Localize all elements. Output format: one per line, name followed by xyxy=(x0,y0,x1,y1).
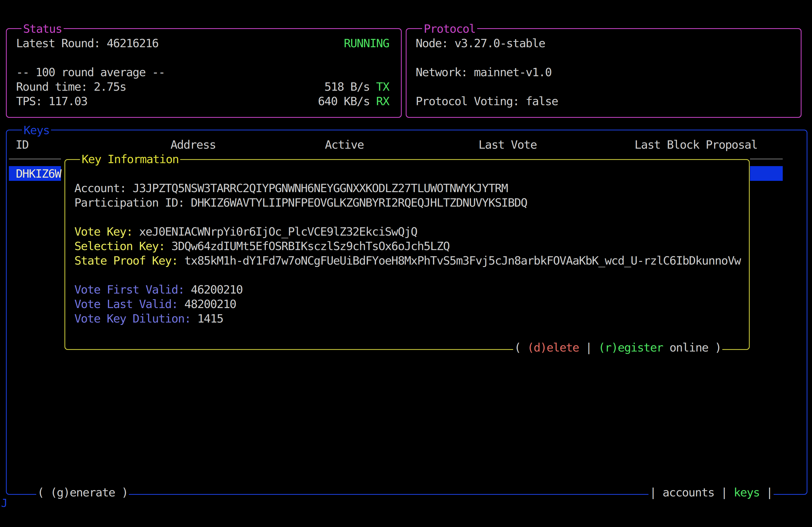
nav-accounts-tab[interactable]: accounts xyxy=(663,486,714,499)
column-header-id: ID xyxy=(16,137,28,152)
rx-rate: 640 KB/s RX xyxy=(318,94,389,108)
state-proof-key-label: State Proof Key: xyxy=(74,254,185,267)
status-panel-title: Status xyxy=(21,21,64,36)
nav-open-pipe: | xyxy=(650,486,663,499)
key-info-actions: ( (d)elete | (r)egister online ) xyxy=(513,340,722,355)
vote-key-line: Vote Key: xeJ0ENIACWNrpYi0r6IjOc_PlcVCE9… xyxy=(74,224,417,239)
register-online-suffix[interactable]: online xyxy=(663,341,708,354)
tx-rate: 518 B/s TX xyxy=(324,79,389,94)
vote-last-valid-label: Vote Last Valid: xyxy=(74,297,185,311)
actions-separator: | xyxy=(579,341,598,354)
round-time: Round time: 2.75s xyxy=(16,79,126,94)
node-version: Node: v3.27.0-stable xyxy=(416,36,545,50)
header-separator-left xyxy=(9,159,61,160)
generate-action[interactable]: ( (g)enerate ) xyxy=(36,485,129,500)
vote-last-valid-value: 48200210 xyxy=(185,297,236,311)
network: Network: mainnet-v1.0 xyxy=(416,65,552,79)
participation-label: Participation ID: xyxy=(74,196,191,209)
vote-last-valid-line: Vote Last Valid: 48200210 xyxy=(74,297,236,311)
account-line: Account: J3JPZTQ5NSW3TARRC2QIYPGNWNH6NEY… xyxy=(74,181,508,195)
protocol-panel-title: Protocol xyxy=(422,21,477,36)
tx-rate-value: 518 B/s xyxy=(324,80,376,93)
header-separator-right xyxy=(750,159,783,160)
nav-close-pipe: | xyxy=(760,486,772,499)
bottom-nav: | accounts | keys | xyxy=(649,485,773,500)
rx-rate-unit: RX xyxy=(376,94,389,108)
selection-key-line: Selection Key: 3DQw64zdIUMt5EfOSRBIKsczl… xyxy=(74,239,450,253)
vote-key-label: Vote Key: xyxy=(74,225,139,238)
terminal-screen: Status Latest Round: 46216216 RUNNING --… xyxy=(0,0,812,527)
column-header-last-vote: Last Vote xyxy=(478,137,537,152)
state-proof-key-line: State Proof Key: tx85kM1h-dY1Fd7w7oNCgFU… xyxy=(74,253,741,268)
protocol-voting: Protocol Voting: false xyxy=(416,94,558,108)
participation-line: Participation ID: DHKIZ6WAVTYLIIPNFPEOVG… xyxy=(74,195,527,210)
actions-open-paren: ( xyxy=(514,341,527,354)
account-value: J3JPZTQ5NSW3TARRC2QIYPGNWNH6NEYGGNXXKODL… xyxy=(133,181,508,195)
vote-key-dilution-label: Vote Key Dilution: xyxy=(74,312,197,325)
column-header-address: Address xyxy=(171,137,216,152)
state-proof-key-value: tx85kM1h-dY1Fd7w7oNCgFUeUiBdFYoeH8MxPhTv… xyxy=(185,254,741,267)
latest-round: Latest Round: 46216216 xyxy=(16,36,158,50)
vote-key-dilution-value: 1415 xyxy=(197,312,223,325)
vote-first-valid-line: Vote First Valid: 46200210 xyxy=(74,282,243,297)
delete-action[interactable]: (d)elete xyxy=(527,341,579,354)
vote-key-value: xeJ0ENIACWNrpYi0r6IjOc_PlcVCE9lZ32EkciSw… xyxy=(139,225,417,238)
cursor-glyph: J xyxy=(1,496,7,510)
vote-first-valid-label: Vote First Valid: xyxy=(74,283,191,296)
selected-row-highlight-right[interactable] xyxy=(750,166,783,181)
vote-key-dilution-line: Vote Key Dilution: 1415 xyxy=(74,311,223,326)
round-average-header: -- 100 round average -- xyxy=(16,65,165,79)
vote-first-valid-value: 46200210 xyxy=(191,283,243,296)
nav-separator: | xyxy=(714,486,734,499)
tps: TPS: 117.03 xyxy=(16,94,87,108)
actions-close-paren: ) xyxy=(708,341,721,354)
rx-rate-value: 640 KB/s xyxy=(318,94,376,108)
column-header-active: Active xyxy=(325,137,364,152)
account-label: Account: xyxy=(74,181,133,195)
tx-rate-unit: TX xyxy=(376,80,389,93)
selection-key-label: Selection Key: xyxy=(74,239,171,253)
column-header-last-block-proposal: Last Block Proposal xyxy=(635,137,757,152)
selection-key-value: 3DQw64zdIUMt5EfOSRBIKsczlSz9chTsOx6oJch5… xyxy=(171,239,450,253)
nav-keys-tab[interactable]: keys xyxy=(734,486,759,499)
selected-row-id[interactable]: DHKIZ6W xyxy=(16,166,61,181)
keys-panel-title: Keys xyxy=(22,123,51,137)
register-action[interactable]: (r)egister xyxy=(598,341,663,354)
key-info-title: Key Information xyxy=(80,152,180,166)
participation-value: DHKIZ6WAVTYLIIPNFPEOVGLKZGNBYRI2RQEQJHLT… xyxy=(191,196,527,209)
run-state-badge: RUNNING xyxy=(344,36,389,50)
